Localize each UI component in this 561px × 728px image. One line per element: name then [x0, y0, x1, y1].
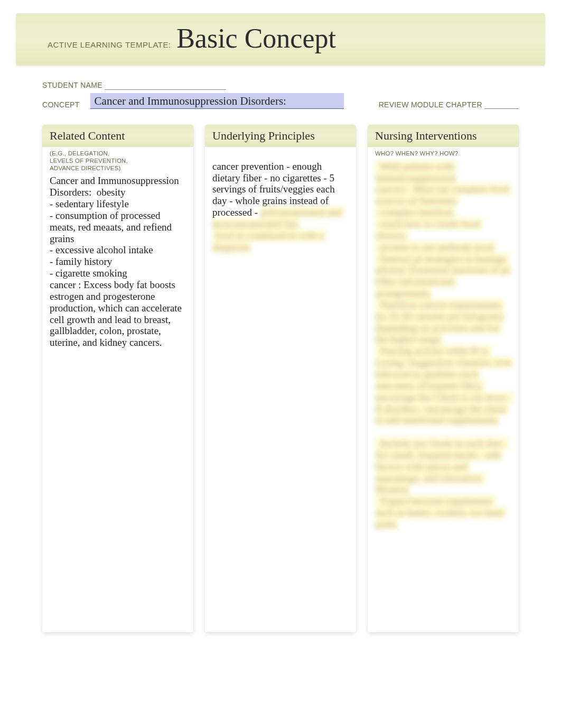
student-name-row: STUDENT NAME [16, 80, 545, 90]
columns-wrap: Related Content (E.G., DELEGATION, LEVEL… [16, 125, 545, 632]
card-related-heading: Related Content [50, 129, 186, 143]
card-related-subnote: (E.G., DELEGATION, LEVELS OF PREVENTION,… [42, 147, 193, 173]
review-module-label-text: REVIEW MODULE CHAPTER [379, 100, 482, 109]
card-principles-heading: Underlying Principles [212, 129, 349, 143]
page-root: ACTIVE LEARNING TEMPLATE: Basic Concept … [0, 0, 561, 664]
concept-label: CONCEPT [42, 100, 80, 109]
card-nursing-body: Mild patients with immunosuppression can… [368, 159, 519, 538]
template-title: Basic Concept [176, 23, 336, 53]
card-nursing-header: Nursing Interventions [368, 125, 519, 147]
card-principles-body: cancer prevention - enough dietary fiber… [205, 159, 356, 261]
template-header: ACTIVE LEARNING TEMPLATE: Basic Concept [16, 13, 545, 66]
card-underlying-principles: Underlying Principles cancer prevention … [205, 125, 356, 632]
card-principles-header: Underlying Principles [205, 125, 356, 147]
template-prefix: ACTIVE LEARNING TEMPLATE: [48, 40, 171, 49]
card-related-header: Related Content [42, 125, 193, 147]
card-nursing-subnote: WHO? WHEN? WHY? HOW? [368, 147, 519, 159]
card-related-body: Cancer and Immunosuppression Disorders: … [42, 173, 193, 356]
review-module-label: REVIEW MODULE CHAPTER [379, 100, 519, 109]
review-module-line[interactable] [484, 102, 519, 109]
student-name-line[interactable] [105, 82, 226, 90]
concept-value[interactable]: Cancer and Immunosuppression Disorders: [90, 93, 344, 109]
card-related-content: Related Content (E.G., DELEGATION, LEVEL… [42, 125, 193, 632]
card-nursing-interventions: Nursing Interventions WHO? WHEN? WHY? HO… [368, 125, 519, 632]
concept-row: CONCEPT Cancer and Immunosuppression Dis… [16, 93, 545, 109]
card-nursing-heading: Nursing Interventions [375, 129, 511, 143]
student-name-label: STUDENT NAME [42, 81, 102, 89]
card-principles-subnote [205, 147, 356, 159]
nursing-blurred-text: Mild patients with immunosuppression can… [375, 161, 513, 530]
